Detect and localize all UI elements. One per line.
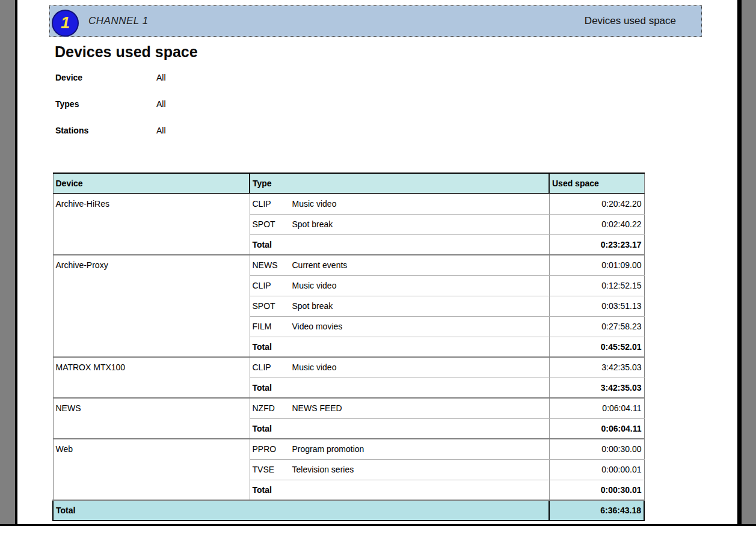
column-header-type: Type: [250, 173, 549, 194]
type-cell: FILMVideo movies: [250, 316, 549, 337]
page-border-left: [15, 0, 17, 525]
filter-value: All: [156, 73, 166, 82]
type-description: Spot break: [292, 301, 333, 311]
group-total-label: Total: [250, 480, 549, 500]
type-cell: CLIPMusic video: [250, 194, 549, 214]
type-description: NEWS FEED: [292, 403, 342, 413]
type-code: SPOT: [253, 301, 292, 311]
group-total-value: 3:42:35.03: [549, 377, 644, 398]
type-description: Current events: [292, 260, 348, 270]
type-code: FILM: [253, 322, 292, 331]
type-cell: NEWSCurrent events: [250, 255, 549, 275]
type-cell: SPOTSpot break: [250, 214, 549, 234]
filter-label: Types: [55, 99, 156, 109]
used-space-cell: 0:02:40.22: [549, 214, 644, 234]
used-space-cell: 3:42:35.03: [549, 357, 644, 377]
used-space-cell: 0:06:04.11: [549, 398, 644, 418]
filter-label: Stations: [55, 126, 156, 135]
report-table-container: Device Type Used space Archive-HiRes CLI…: [52, 173, 645, 521]
table-header-row: Device Type Used space: [53, 173, 644, 194]
type-cell: NZFDNEWS FEED: [250, 398, 549, 418]
type-code: NEWS: [253, 260, 292, 270]
device-name-cell: NEWS: [53, 398, 250, 439]
grand-total-row: Total 6:36:43.18: [53, 500, 644, 521]
group-total-value: 0:06:04.11: [549, 418, 644, 439]
channel-name: CHANNEL 1: [88, 15, 149, 27]
type-description: Television series: [292, 465, 354, 474]
filter-value: All: [156, 99, 166, 109]
table-row: Web PPROProgram promotion 0:00:30.00: [53, 439, 644, 459]
devices-used-space-table: Device Type Used space Archive-HiRes CLI…: [52, 173, 645, 521]
type-code: PPRO: [253, 444, 292, 454]
type-code: SPOT: [253, 219, 292, 229]
used-space-cell: 0:03:51.13: [549, 296, 644, 316]
used-space-cell: 0:00:00.01: [549, 459, 644, 480]
type-cell: SPOTSpot break: [250, 296, 549, 316]
type-description: Program promotion: [292, 444, 364, 454]
type-code: CLIP: [253, 362, 292, 372]
type-code: TVSE: [253, 465, 292, 474]
filter-device: Device All: [55, 73, 166, 99]
group-total-value: 0:45:52.01: [549, 337, 644, 357]
type-description: Music video: [292, 362, 337, 372]
type-code: CLIP: [253, 281, 292, 290]
page-border-bottom: [0, 524, 756, 526]
group-total-label: Total: [250, 418, 549, 439]
device-name-cell: MATROX MTX100: [53, 357, 250, 398]
page-border-right: [737, 0, 742, 525]
filter-value: All: [156, 126, 166, 135]
table-row: Archive-HiRes CLIPMusic video 0:20:42.20: [53, 194, 644, 214]
type-description: Spot break: [292, 219, 333, 229]
filter-stations: Stations All: [55, 126, 166, 152]
type-description: Music video: [292, 199, 337, 209]
window-frame-right: [742, 0, 756, 525]
filters: Device All Types All Stations All: [55, 73, 166, 152]
column-header-used-space: Used space: [549, 173, 644, 194]
table-row: MATROX MTX100 CLIPMusic video 3:42:35.03: [53, 357, 644, 377]
type-cell: CLIPMusic video: [250, 357, 549, 377]
report-banner: 1 CHANNEL 1 Devices used space: [49, 5, 702, 37]
device-name-cell: Archive-HiRes: [53, 194, 250, 255]
type-description: Video movies: [292, 322, 343, 331]
used-space-cell: 0:12:52.15: [549, 275, 644, 296]
window-frame-left: [0, 0, 15, 525]
type-cell: PPROProgram promotion: [250, 439, 549, 459]
group-total-label: Total: [250, 234, 549, 255]
table-row: Archive-Proxy NEWSCurrent events 0:01:09…: [53, 255, 644, 275]
type-cell: CLIPMusic video: [250, 275, 549, 296]
banner-report-title: Devices used space: [585, 15, 701, 27]
page-title: Devices used space: [55, 43, 198, 61]
used-space-cell: 0:27:58.23: [549, 316, 644, 337]
type-description: Music video: [292, 281, 337, 290]
filter-label: Device: [55, 73, 156, 82]
type-cell: TVSETelevision series: [250, 459, 549, 480]
type-code: NZFD: [253, 403, 292, 413]
channel-number: 1: [61, 14, 70, 32]
used-space-cell: 0:01:09.00: [549, 255, 644, 275]
filter-types: Types All: [55, 99, 166, 126]
grand-total-value: 6:36:43.18: [549, 500, 644, 521]
group-total-value: 0:00:30.01: [549, 480, 644, 500]
group-total-label: Total: [250, 377, 549, 398]
grand-total-label: Total: [53, 500, 549, 521]
column-header-device: Device: [53, 173, 250, 194]
group-total-value: 0:23:23.17: [549, 234, 644, 255]
channel-number-badge: 1: [52, 10, 79, 37]
group-total-label: Total: [250, 337, 549, 357]
table-row: NEWS NZFDNEWS FEED 0:06:04.11: [53, 398, 644, 418]
used-space-cell: 0:20:42.20: [549, 194, 644, 214]
device-name-cell: Archive-Proxy: [53, 255, 250, 357]
used-space-cell: 0:00:30.00: [549, 439, 644, 459]
device-name-cell: Web: [53, 439, 250, 500]
type-code: CLIP: [253, 199, 292, 209]
